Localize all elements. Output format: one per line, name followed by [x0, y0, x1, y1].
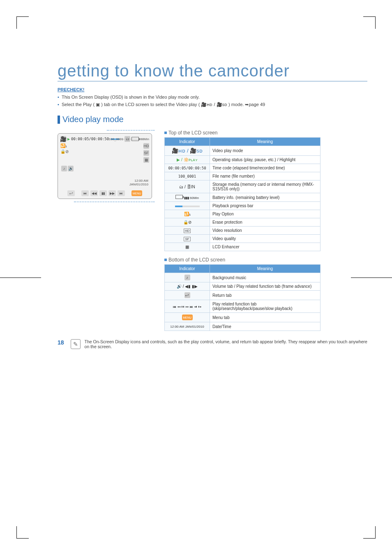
battery-icon	[131, 137, 139, 141]
resolution-icon: HD	[143, 143, 149, 149]
row-meaning: Storage media (memory card or internal m…	[210, 180, 321, 193]
precheck-bullet: This On Screen Display (OSD) is shown in…	[58, 94, 367, 101]
forward-icon: ▶▶	[108, 190, 116, 196]
row-meaning: Operating status (play, pause, etc.) / H…	[210, 156, 321, 164]
row-meaning: Return tab	[210, 291, 321, 300]
row-icon: ♪	[184, 275, 190, 280]
row-icon: 🗂 / 🗄IN	[179, 185, 195, 189]
row-meaning: Play related function tab (skip/search/p…	[210, 300, 321, 313]
row-icon: 🔁₁	[184, 212, 191, 216]
bottom-caption-text: Bottom of the LCD screen	[168, 257, 225, 263]
bottom-table: Indicator Meaning ♪Background music 🔊 / …	[164, 264, 321, 331]
note-text: The On-Screen Display icons and controls…	[85, 339, 367, 349]
row-meaning: LCD Enhancer	[210, 243, 321, 251]
row-meaning: Video resolution	[210, 227, 321, 235]
row-icon: ▶ / 🔆ᴘʟᴀʏ	[177, 157, 197, 162]
row-icon: 🔒⊘	[183, 220, 191, 224]
row-meaning: Time code (elapsed time/recorded time)	[210, 164, 321, 172]
precheck-bullet: Select the Play ( ▣ ) tab on the LCD scr…	[58, 101, 367, 109]
date-text: JAN/01/2010	[129, 183, 148, 186]
top-table: Indicator Meaning 🎥ʜᴅ / 🎥sᴅVideo play mo…	[164, 137, 321, 251]
pause-icon: ▮▮	[99, 190, 107, 196]
return-icon: ⮐	[67, 190, 75, 196]
row-meaning: Menu tab	[210, 313, 321, 322]
bullet-icon	[164, 132, 167, 134]
file-name-text: 100_0001	[109, 137, 124, 141]
row-icon: ▮▮▮ 60Min	[184, 196, 199, 200]
row-icon: SF	[184, 237, 190, 241]
video-mode-icon: 🎥	[60, 136, 66, 142]
section-heading: Video play mode	[58, 115, 367, 124]
row-meaning: Playback progress bar	[210, 202, 321, 210]
timecode-text: 00:00:05/00:00:50	[71, 137, 109, 141]
play-option-icon: 🔁₁	[60, 143, 67, 148]
row-icon: 100_0001	[178, 174, 196, 178]
skip-prev-icon: ⏮	[81, 190, 89, 196]
row-meaning: File name (file number)	[210, 172, 321, 180]
footnote: 18 ✎ The On-Screen Display icons and con…	[58, 339, 367, 349]
th-meaning: Meaning	[210, 138, 321, 146]
row-icon: 00:00:05/00:00:50	[168, 166, 206, 170]
row-icon: 🎥ʜᴅ / 🎥sᴅ	[172, 148, 202, 154]
rewind-icon: ◀◀	[90, 190, 98, 196]
section-title: Video play mode	[62, 115, 124, 124]
row-icon: HD	[184, 229, 191, 233]
precheck-label: PRECHECK!	[58, 87, 367, 92]
battery-icon	[175, 195, 183, 199]
top-caption: Top of the LCD screen	[164, 130, 367, 136]
battery-text: 60Min	[140, 137, 149, 141]
precheck-list: This On Screen Display (OSD) is shown in…	[58, 94, 367, 108]
th-meaning: Meaning	[210, 265, 321, 273]
row-icon: MENU	[182, 314, 193, 320]
time-text: 12:00 AM	[129, 179, 148, 183]
top-caption-text: Top of the LCD screen	[168, 130, 217, 136]
music-icon: ♪	[61, 166, 67, 171]
skip-next-icon: ⏭	[118, 190, 125, 196]
quality-icon: SF	[143, 150, 149, 156]
note-icon: ✎	[71, 339, 81, 349]
row-icon: 12:00 AM JAN/01/2010	[170, 325, 204, 329]
heading-tick-icon	[58, 116, 60, 124]
row-meaning: Play Option	[210, 210, 321, 218]
erase-protect-icon: 🔒⊘	[60, 149, 69, 154]
row-meaning: Video quality	[210, 235, 321, 243]
row-meaning: Video play mode	[210, 146, 321, 156]
row-meaning: Erase protection	[210, 218, 321, 227]
volume-icon: 🔊	[68, 166, 74, 171]
th-indicator: Indicator	[165, 265, 210, 273]
lcd-enhancer-icon: ▦	[143, 157, 149, 163]
bullet-icon	[164, 259, 167, 261]
row-meaning: Date/Time	[210, 322, 321, 331]
menu-icon: MENU	[131, 190, 142, 196]
row-meaning: Background music	[210, 273, 321, 282]
row-icon: ⮐	[184, 292, 190, 298]
bottom-caption: Bottom of the LCD screen	[164, 257, 367, 263]
th-indicator: Indicator	[165, 138, 210, 146]
row-icon: 🔊 / ◀▮ ▮▶	[177, 284, 198, 289]
row-icon: ▦	[185, 245, 189, 249]
page-title: getting to know the camcorder	[58, 62, 367, 81]
page-number: 18	[58, 339, 64, 346]
row-icon: ⏮ ◀◀ ▮▮ ▶▶ ⏭ ◀▮ ▮▶	[173, 305, 201, 309]
play-icon: ▶	[67, 137, 70, 141]
storage-icon: 🗂	[125, 136, 130, 142]
row-meaning: Volume tab / Play related function tab (…	[210, 282, 321, 291]
progress-icon	[175, 206, 200, 207]
row-meaning: Battery info. (remaining battery level)	[210, 193, 321, 202]
lcd-mock: 🎥 ▶ 00:00:05/00:00:50 🔁₁ 🔒⊘ 100_0001 🗂	[58, 133, 152, 199]
